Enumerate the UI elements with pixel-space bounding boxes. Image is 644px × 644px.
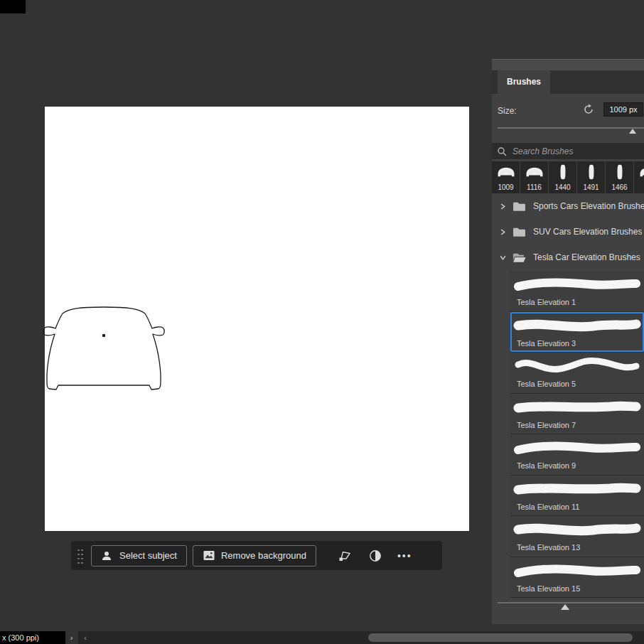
folder-label: Sports Cars Elevation Brushes [533, 201, 644, 211]
status-doc-info: x (300 ppi) [0, 631, 65, 644]
transform-polygon-icon[interactable] [337, 549, 353, 563]
brush-item-label: Tesla Elevation 3 [512, 339, 643, 348]
brush-item[interactable]: Tesla Elevation 9 [510, 434, 644, 476]
brush-thumbnail[interactable]: 1440 [549, 161, 577, 193]
photoshop-window: Select subject Remove background ••• Bru… [0, 0, 644, 644]
brush-thumbnail-size: 1116 [527, 183, 542, 191]
brush-item-label: Tesla Elevation 9 [512, 461, 643, 470]
more-options-button[interactable]: ••• [397, 550, 412, 562]
folder-label: SUV Cars Elevation Brushes [533, 227, 642, 237]
contextual-taskbar: Select subject Remove background ••• [71, 541, 442, 570]
brush-thumbnail-size: 1491 [583, 183, 599, 191]
panel-header-strip[interactable] [492, 60, 644, 70]
brush-item[interactable]: Tesla Elevation 11 [510, 476, 644, 517]
brush-folder[interactable]: Sports Cars Elevation Brushes [492, 193, 644, 219]
remove-background-button[interactable]: Remove background [193, 545, 316, 567]
brush-folder-list: Sports Cars Elevation Brushes SUV Cars E… [492, 193, 644, 270]
tab-brushes[interactable]: Brushes [498, 70, 550, 94]
brush-list: Tesla Elevation 1 Tesla Elevation 3 Tesl… [510, 271, 644, 598]
horizontal-scrollbar-thumb[interactable] [368, 633, 633, 642]
preview-size-slider-thumb[interactable] [561, 604, 569, 610]
brush-stroke-preview [512, 519, 643, 542]
horizontal-scrollbar[interactable]: ‹ [78, 631, 644, 644]
brush-stroke-preview [512, 437, 643, 460]
brush-item-label: Tesla Elevation 11 [512, 503, 643, 511]
size-value-input[interactable] [603, 102, 643, 117]
brush-folder[interactable]: SUV Cars Elevation Brushes [492, 219, 644, 245]
document-canvas[interactable] [45, 107, 469, 531]
car-brush-icon [616, 164, 624, 180]
brush-item-label: Tesla Elevation 1 [512, 298, 643, 306]
brush-stroke-preview [512, 274, 643, 296]
scroll-left-arrow[interactable]: ‹ [80, 631, 90, 644]
select-subject-button[interactable]: Select subject [91, 545, 187, 567]
brush-item[interactable]: Tesla Elevation 15 [510, 557, 644, 599]
brush-item[interactable]: Tesla Elevation 7 [510, 394, 644, 435]
chevron-icon [500, 229, 506, 235]
preview-size-slider[interactable] [498, 602, 644, 603]
brush-stroke-preview [512, 355, 643, 378]
brush-item-label: Tesla Elevation 7 [512, 421, 643, 429]
size-slider[interactable] [498, 127, 644, 129]
car-brush-icon [559, 164, 567, 180]
brush-thumbnail[interactable]: 1491 [577, 161, 606, 193]
brush-stroke-preview [512, 397, 643, 419]
chevron-icon [500, 254, 506, 261]
chevron-icon [500, 203, 506, 210]
search-input[interactable] [511, 146, 644, 157]
brushes-panel: Brushes Size: 1009 1116 [492, 59, 644, 624]
status-expand-chevron[interactable]: › [65, 631, 77, 644]
taskbar-drag-handle[interactable] [77, 547, 83, 565]
brush-item[interactable]: Tesla Elevation 1 [510, 271, 644, 312]
brush-search [492, 143, 644, 159]
brush-thumbnail-size: 1466 [611, 183, 627, 191]
brush-thumbnails: 1009 1116 1440 1491 1466 16 [492, 161, 644, 193]
brush-item-label: Tesla Elevation 15 [512, 584, 643, 593]
brush-thumbnail[interactable]: 1116 [520, 161, 549, 193]
brush-folder[interactable]: Tesla Car Elevation Brushes [492, 245, 644, 270]
search-icon [497, 146, 507, 156]
folder-icon [512, 227, 526, 237]
brush-thumbnail[interactable]: 1009 [492, 161, 520, 193]
brush-stroke-preview [512, 478, 643, 501]
brush-item[interactable]: Tesla Elevation 3 [510, 312, 644, 353]
folder-icon [512, 201, 526, 212]
brush-thumbnail-size: 1009 [498, 183, 513, 191]
car-brush-icon [638, 164, 644, 180]
car-brush-icon [587, 164, 596, 180]
brush-item-label: Tesla Elevation 5 [512, 380, 643, 388]
brush-stroke-preview [512, 315, 643, 338]
person-icon [101, 550, 114, 562]
folder-label: Tesla Car Elevation Brushes [533, 252, 640, 262]
panel-tab-row: Brushes [492, 70, 644, 94]
brush-item-label: Tesla Elevation 13 [512, 543, 643, 552]
window-corner [0, 0, 26, 14]
car-brush-icon [495, 164, 517, 180]
size-label: Size: [498, 106, 517, 116]
brush-thumbnail-size: 1440 [554, 183, 570, 191]
select-subject-label: Select subject [119, 550, 177, 561]
car-brush-icon [524, 164, 545, 180]
brush-thumbnail[interactable]: 16 [634, 161, 644, 193]
adjustment-circle-icon[interactable] [367, 549, 383, 563]
reset-size-icon[interactable] [583, 104, 595, 116]
folder-icon [512, 252, 526, 263]
image-icon [203, 550, 215, 562]
brush-item[interactable]: Tesla Elevation 5 [510, 353, 644, 394]
size-slider-thumb[interactable] [629, 129, 636, 134]
brush-stroke-preview [512, 560, 643, 583]
brush-thumbnail[interactable]: 1466 [606, 161, 634, 193]
remove-background-label: Remove background [221, 550, 306, 561]
brush-item[interactable]: Tesla Elevation 13 [510, 516, 644, 557]
